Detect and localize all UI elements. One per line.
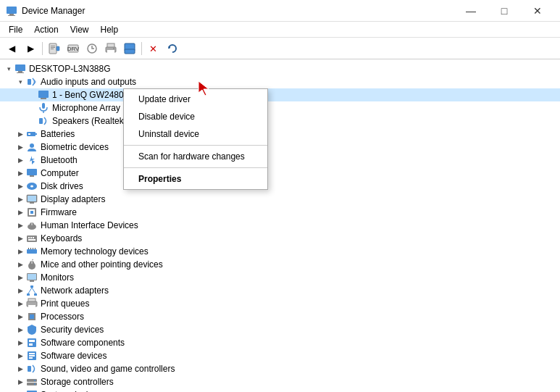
sw-components-label: Software components: [41, 338, 125, 348]
expand-icon-sw-devices: ▶: [14, 350, 26, 362]
svg-text:DRV: DRV: [67, 46, 79, 52]
toolbar-scan[interactable]: [83, 41, 101, 57]
audio-label: Audio inputs and outputs: [41, 77, 136, 87]
tree-memory[interactable]: ▶ Memory technology devices: [0, 245, 560, 258]
svg-rect-19: [15, 64, 25, 71]
menu-action[interactable]: Action: [28, 22, 64, 37]
menu-file[interactable]: File: [3, 22, 28, 37]
svg-rect-32: [27, 169, 37, 175]
svg-rect-37: [28, 196, 36, 201]
expand-icon-display: ▶: [14, 193, 26, 205]
expand-icon-system: ▶: [14, 389, 26, 392]
svg-rect-22: [28, 79, 31, 85]
tree-software-devices[interactable]: ▶ Software devices: [0, 349, 560, 362]
svg-rect-38: [30, 202, 34, 204]
toolbar-sep-1: [42, 42, 43, 55]
context-properties[interactable]: Properties: [124, 170, 267, 188]
firmware-icon: [26, 207, 38, 218]
svg-rect-21: [17, 72, 24, 73]
main-content: ▾ DESKTOP-L3N388G ▾ Audio inputs and out…: [0, 59, 560, 392]
tree-keyboards[interactable]: ▶ Keyboards: [0, 232, 560, 245]
toolbar-back[interactable]: ◀: [3, 41, 20, 57]
toolbar-refresh[interactable]: [164, 41, 181, 57]
tree-network[interactable]: ▶ Network adapters: [0, 284, 560, 297]
sound-label: Sound, video and game controllers: [41, 364, 175, 374]
tree-benq-device[interactable]: 1 - BenQ GW2480 (AMD High Definition Aud…: [0, 88, 560, 101]
expand-icon-bluetooth: ▶: [14, 154, 26, 166]
context-sep-2: [124, 167, 267, 168]
svg-rect-62: [30, 285, 33, 288]
tree-storage[interactable]: ▶ Storage controllers: [0, 375, 560, 388]
svg-rect-46: [28, 237, 30, 238]
tree-firmware[interactable]: ▶ Firmware: [0, 206, 560, 219]
expand-icon-firmware: ▶: [14, 207, 26, 218]
tree-system[interactable]: ▶ System devices: [0, 388, 560, 392]
tree-root[interactable]: ▾ DESKTOP-L3N388G: [0, 62, 560, 75]
hid-icon: [26, 220, 38, 231]
context-update-driver[interactable]: Update driver: [124, 91, 267, 108]
tree-software-components[interactable]: ▶ Software components: [0, 336, 560, 349]
tree-display[interactable]: ▶ Display adapters: [0, 193, 560, 206]
minimize-button[interactable]: —: [454, 0, 488, 22]
tree-speakers[interactable]: Speakers (Realtek(R) Audio): [0, 114, 560, 128]
expand-icon-storage: ▶: [14, 376, 26, 388]
svg-rect-78: [29, 357, 33, 359]
svg-line-65: [28, 288, 32, 293]
title-bar: Device Manager — □ ✕: [0, 0, 560, 22]
svg-rect-57: [31, 261, 33, 264]
expand-icon-speakers: [26, 115, 38, 127]
memory-label: Memory technology devices: [41, 246, 149, 257]
tree-security[interactable]: ▶ Security devices: [0, 323, 560, 336]
toolbar-help[interactable]: [121, 41, 138, 57]
toolbar-print[interactable]: [102, 41, 120, 57]
toolbar-forward[interactable]: ▶: [22, 41, 39, 57]
menu-help[interactable]: Help: [95, 22, 125, 37]
svg-rect-27: [39, 118, 43, 124]
svg-rect-69: [28, 305, 35, 309]
tree-disk[interactable]: ▶ Disk drives: [0, 180, 560, 193]
tree-mice[interactable]: ▶ Mice and other pointing devices: [0, 258, 560, 271]
tree-print[interactable]: ▶ Print queues: [0, 297, 560, 310]
svg-rect-71: [30, 314, 34, 319]
computer-icon: [14, 63, 26, 75]
svg-rect-54: [35, 248, 35, 249]
tree-audio-inputs[interactable]: ▾ Audio inputs and outputs: [0, 75, 560, 88]
tree-hid[interactable]: ▶ Human Interface Devices: [0, 219, 560, 232]
context-disable-device[interactable]: Disable device: [124, 108, 267, 125]
tree-processors[interactable]: ▶ Processors: [0, 310, 560, 323]
maximize-button[interactable]: □: [488, 0, 521, 22]
computer-label: Computer: [41, 168, 79, 178]
svg-rect-0: [7, 7, 17, 14]
hid-label: Human Interface Devices: [41, 220, 138, 230]
toolbar-properties[interactable]: [46, 41, 63, 57]
monitors-icon: [26, 272, 38, 283]
expand-icon-biometric: ▶: [14, 141, 26, 153]
display-label: Display adapters: [41, 194, 105, 204]
tree-sound[interactable]: ▶ Sound, video and game controllers: [0, 362, 560, 375]
network-label: Network adapters: [41, 285, 109, 296]
batteries-icon: [26, 128, 38, 140]
tree-batteries[interactable]: ▶ Batteries: [0, 128, 560, 141]
biometric-label: Biometric devices: [41, 142, 109, 152]
svg-rect-33: [30, 175, 34, 177]
tree-monitors[interactable]: ▶ Monitors: [0, 271, 560, 284]
svg-rect-45: [27, 235, 37, 242]
tree-computer[interactable]: ▶ Computer: [0, 167, 560, 180]
tree-microphone[interactable]: Microphone Array (Realtek(R) Audio): [0, 101, 560, 114]
device-tree[interactable]: ▾ DESKTOP-L3N388G ▾ Audio inputs and out…: [0, 59, 560, 392]
expand-icon-print: ▶: [14, 298, 26, 309]
svg-point-14: [113, 48, 114, 49]
menu-view[interactable]: View: [64, 22, 95, 37]
context-uninstall-device[interactable]: Uninstall device: [124, 125, 267, 143]
tree-biometric[interactable]: ▶ Biometric devices: [0, 141, 560, 154]
toolbar-delete[interactable]: ✕: [145, 41, 162, 57]
system-icon: [26, 389, 38, 392]
svg-rect-52: [30, 248, 31, 249]
tree-bluetooth[interactable]: ▶ Bluetooth: [0, 154, 560, 167]
context-scan-hardware[interactable]: Scan for hardware changes: [124, 148, 267, 165]
monitors-label: Monitors: [41, 272, 74, 283]
toolbar-update-driver[interactable]: DRV: [64, 41, 82, 57]
svg-rect-1: [9, 14, 14, 15]
close-button[interactable]: ✕: [521, 0, 554, 22]
svg-rect-25: [42, 103, 45, 109]
